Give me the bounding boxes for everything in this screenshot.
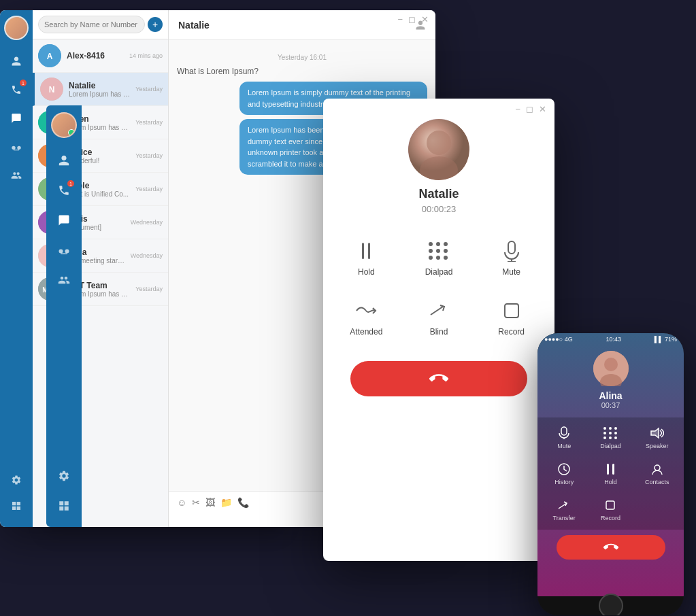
list-item[interactable]: A Alex-8416 14 mins ago: [33, 39, 168, 73]
cut-button[interactable]: ✂: [192, 497, 200, 508]
call-maximize-button[interactable]: ◻: [526, 104, 533, 114]
sidebar-settings-btn[interactable]: [3, 467, 29, 493]
phone-contacts-label: Contacts: [645, 479, 669, 485]
dialpad-icon: [429, 239, 448, 263]
svg-rect-36: [505, 304, 518, 318]
phone-button[interactable]: 📞: [237, 497, 249, 508]
received-message: What is Lorem Ipsum?: [177, 67, 427, 76]
maximize-button[interactable]: ◻: [408, 14, 416, 24]
image-button[interactable]: 🖼: [205, 497, 215, 508]
phone-mute-label: Mute: [557, 443, 571, 449]
contact-time: Yestarday: [135, 286, 163, 292]
contact-name: Natalie: [69, 81, 130, 90]
svg-rect-45: [606, 501, 614, 509]
sidebar-voicemail-btn[interactable]: [3, 134, 29, 160]
contact-time: Yestarday: [135, 152, 163, 159]
sidebar-contacts-icon[interactable]: [51, 148, 77, 173]
phone-history-button[interactable]: History: [542, 456, 586, 491]
sidebar-apps-btn[interactable]: [3, 493, 29, 519]
sidebar-grid-icon[interactable]: [51, 493, 77, 519]
sidebar-contacts-btn[interactable]: [3, 48, 29, 74]
svg-point-13: [17, 146, 20, 150]
phone-time: 10:43: [606, 336, 621, 343]
attended-icon: [355, 298, 377, 323]
emoji-button[interactable]: ☺: [177, 497, 186, 508]
phone-transfer-button[interactable]: Transfer: [542, 492, 586, 527]
record-button[interactable]: Record: [475, 288, 548, 347]
sidebar-team-icon[interactable]: [51, 267, 77, 293]
svg-point-12: [12, 146, 15, 150]
sidebar-settings-icon[interactable]: [51, 463, 77, 489]
contact-time: Wednesday: [131, 219, 163, 226]
phone-home-button[interactable]: [599, 594, 623, 615]
call-contact-photo: [408, 119, 469, 180]
mute-icon: [502, 239, 521, 263]
phone-speaker-label: Speaker: [646, 443, 669, 449]
sidebar-messages-btn[interactable]: [3, 105, 29, 131]
sidebar-messages-icon[interactable]: [51, 207, 77, 233]
add-contact-button[interactable]: +: [148, 17, 163, 32]
phone-dialpad-button[interactable]: Dialpad: [588, 420, 633, 455]
sidebar-team-btn[interactable]: [3, 162, 29, 188]
phone-mute-icon: [558, 426, 570, 441]
list-item[interactable]: N Natalie Lorem Ipsum has b... Yestarday: [33, 73, 168, 106]
contact-time: 14 mins ago: [129, 52, 163, 59]
call-buttons-grid: Hold Dialpad: [323, 228, 554, 347]
phone-end-call-button[interactable]: [557, 535, 665, 560]
sidebar-calls-icon[interactable]: 1: [51, 177, 77, 203]
call-window: − ◻ ✕ Natalie 00:00:23: [323, 99, 554, 561]
date-label: Yesterday 16:01: [177, 54, 427, 61]
avatar: A: [38, 44, 61, 67]
phone-contacts-icon: [651, 462, 663, 477]
sidebar: 1: [0, 10, 33, 527]
record-icon: [502, 298, 521, 323]
phone-dialpad-label: Dialpad: [600, 443, 621, 449]
call-minimize-button[interactable]: −: [515, 104, 520, 114]
phone-record-button[interactable]: Record: [588, 492, 633, 527]
avatar: N: [40, 78, 63, 101]
svg-point-31: [427, 131, 451, 155]
search-input[interactable]: [38, 16, 145, 33]
calls-badge: 1: [20, 80, 27, 86]
sidebar-calls-btn[interactable]: 1: [3, 77, 29, 103]
phone-transfer-icon: [557, 498, 571, 513]
call-duration: 00:00:23: [422, 204, 457, 214]
contact-time: Yestarday: [135, 86, 163, 92]
svg-text:A: A: [47, 52, 53, 61]
phone-hold-button[interactable]: Hold: [588, 456, 633, 491]
phone-end-call-area: [537, 530, 684, 565]
dialpad-button[interactable]: Dialpad: [403, 228, 476, 288]
phone-caller-avatar: [593, 351, 629, 386]
phone-mute-button[interactable]: Mute: [542, 420, 586, 455]
contact-name: Alex-8416: [67, 51, 124, 61]
phone-buttons-grid: Mute Dialpad: [537, 417, 684, 530]
phone-end-icon: [603, 540, 618, 555]
phone-contacts-button[interactable]: Contacts: [635, 456, 680, 491]
chat-header: Natalie: [169, 10, 435, 40]
phone-hold-label: Hold: [604, 479, 617, 485]
user-avatar[interactable]: [51, 112, 77, 138]
call-close-button[interactable]: ✕: [539, 104, 546, 114]
phone-home-bar: [537, 596, 684, 615]
attended-button[interactable]: Attended: [330, 288, 403, 347]
end-call-icon: [429, 369, 448, 388]
blind-button[interactable]: Blind: [403, 288, 476, 347]
contact-time: Yestarday: [135, 119, 163, 126]
contact-time: Yestarday: [135, 186, 163, 192]
call-badge: 1: [67, 180, 74, 187]
folder-button[interactable]: 📁: [220, 497, 232, 508]
minimize-button[interactable]: −: [397, 14, 403, 24]
end-call-button[interactable]: [350, 361, 527, 396]
hold-label: Hold: [358, 267, 375, 277]
phone-dialpad-icon: [603, 426, 618, 441]
close-button[interactable]: ✕: [421, 14, 429, 24]
call-contact-name: Natalie: [418, 187, 459, 201]
sidebar-voicemail-icon[interactable]: [51, 237, 77, 263]
phone-record-icon: [605, 498, 616, 513]
mute-label: Mute: [502, 267, 520, 277]
phone-speaker-button[interactable]: Speaker: [635, 420, 680, 455]
sidebar-user-avatar[interactable]: [4, 16, 29, 40]
mute-button[interactable]: Mute: [475, 228, 548, 288]
phone-record-label: Record: [601, 515, 620, 521]
hold-button[interactable]: Hold: [330, 228, 403, 288]
